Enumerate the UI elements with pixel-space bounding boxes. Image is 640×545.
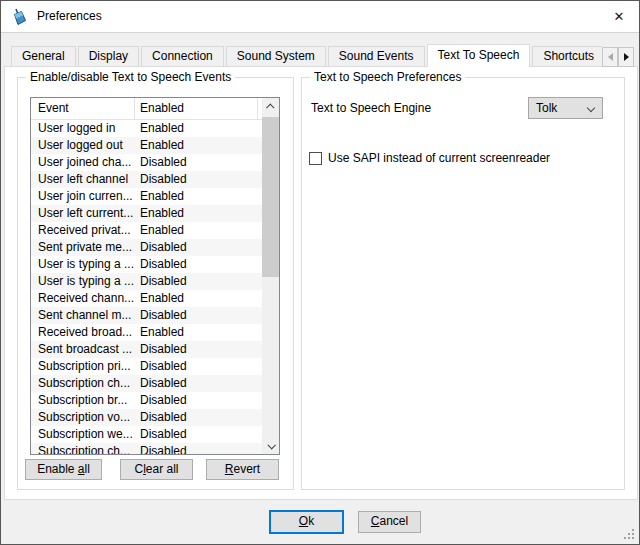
event-cell: Subscription vo... [31,409,135,426]
engine-label: Text to Speech Engine [311,97,431,119]
tab-scroll-right-icon[interactable] [618,47,634,67]
list-item[interactable]: User logged inEnabled [31,120,262,137]
tab-scroll-left-icon[interactable] [602,47,618,67]
close-icon[interactable]: ✕ [608,8,630,26]
event-cell: Subscription br... [31,392,135,409]
event-cell: Sent broadcast ... [31,341,135,358]
list-item[interactable]: User is typing a ...Disabled [31,256,262,273]
list-header: Event Enabled [31,98,262,120]
list-item[interactable]: Subscription vo...Disabled [31,409,262,426]
list-item[interactable]: User join curren...Enabled [31,188,262,205]
event-cell: Sent channel m... [31,307,135,324]
preferences-dialog: Preferences ✕ GeneralDisplayConnectionSo… [0,0,640,545]
event-cell: Subscription we... [31,426,135,443]
tab-sound-system[interactable]: Sound System [226,46,326,66]
tab-shortcuts[interactable]: Shortcuts [532,46,602,66]
chevron-down-icon [587,104,595,112]
list-item[interactable]: User is typing a ...Disabled [31,273,262,290]
chevron-up-icon [266,103,274,111]
enabled-cell: Disabled [135,375,187,392]
enabled-cell: Enabled [135,120,184,137]
event-cell: User logged out [31,137,135,154]
list-item[interactable]: Subscription ch...Disabled [31,443,262,454]
enabled-cell: Disabled [135,443,187,454]
tab-scroller [602,47,634,67]
tab-connection[interactable]: Connection [141,46,224,66]
app-icon [11,8,28,26]
event-cell: User joined cha... [31,154,135,171]
event-cell: User is typing a ... [31,256,135,273]
column-header-event[interactable]: Event [31,98,135,119]
list-item[interactable]: Received broad...Enabled [31,324,262,341]
scroll-down-icon[interactable] [262,437,279,454]
sapi-checkbox-label[interactable]: Use SAPI instead of current screenreader [328,146,550,170]
cancel-button[interactable]: Cancel [358,511,421,533]
enabled-cell: Disabled [135,409,187,426]
enabled-cell: Enabled [135,324,184,341]
list-item[interactable]: Received privat...Enabled [31,222,262,239]
list-item[interactable]: Sent channel m...Disabled [31,307,262,324]
enabled-cell: Enabled [135,205,184,222]
enabled-cell: Disabled [135,171,187,188]
event-cell: User left channel [31,171,135,188]
tts-events-group-label: Enable/disable Text to Speech Events [26,70,235,84]
enabled-cell: Enabled [135,137,184,154]
list-item[interactable]: User joined cha...Disabled [31,154,262,171]
resize-grip[interactable] [624,529,635,540]
enabled-cell: Disabled [135,358,187,375]
event-cell: User logged in [31,120,135,137]
enabled-cell: Enabled [135,188,184,205]
list-item[interactable]: Subscription we...Disabled [31,426,262,443]
list-item[interactable]: User logged outEnabled [31,137,262,154]
list-item[interactable]: Received chann...Enabled [31,290,262,307]
list-item[interactable]: Subscription br...Disabled [31,392,262,409]
label-part: O [299,514,308,528]
event-cell: Sent private me... [31,239,135,256]
enabled-cell: Disabled [135,426,187,443]
label-part: Enable [37,462,78,476]
enabled-cell: Disabled [135,154,187,171]
event-cell: Received privat... [31,222,135,239]
list-scrollbar[interactable] [262,98,279,454]
ok-button[interactable]: Ok [269,510,344,534]
chevron-down-icon [267,441,275,449]
list-item[interactable]: User left channelDisabled [31,171,262,188]
sapi-checkbox[interactable] [309,152,322,165]
enabled-cell: Enabled [135,290,184,307]
revert-button[interactable]: Revert [206,459,279,480]
label-part: ancel [379,514,408,528]
tab-general[interactable]: General [11,46,76,66]
tab-text-to-speech[interactable]: Text To Speech [427,44,531,67]
enabled-cell: Disabled [135,256,187,273]
list-item[interactable]: Subscription ch...Disabled [31,375,262,392]
engine-dropdown-value: Tolk [536,98,557,118]
enabled-cell: Enabled [135,222,184,239]
column-header-enabled[interactable]: Enabled [135,98,258,119]
list-item[interactable]: Subscription pri...Disabled [31,358,262,375]
enabled-cell: Disabled [135,239,187,256]
event-cell: User is typing a ... [31,273,135,290]
list-item[interactable]: Sent broadcast ...Disabled [31,341,262,358]
grip-dots [624,529,626,531]
event-cell: Subscription ch... [31,375,135,392]
scroll-up-icon[interactable] [262,98,279,115]
list-item[interactable]: User left current...Enabled [31,205,262,222]
tab-display[interactable]: Display [78,46,139,66]
label-part: a [78,462,85,476]
tab-sound-events[interactable]: Sound Events [328,46,425,66]
clear-all-button[interactable]: Clear all [120,459,193,480]
event-cell: Received broad... [31,324,135,341]
enabled-cell: Disabled [135,273,187,290]
scrollbar-thumb[interactable] [262,117,279,277]
tts-preferences-group-label: Text to Speech Preferences [310,70,465,84]
label-part: k [308,514,314,528]
title-bar: Preferences ✕ [1,1,639,33]
label-part: ear all [146,462,179,476]
list-item[interactable]: Sent private me...Disabled [31,239,262,256]
event-cell: Subscription pri... [31,358,135,375]
tab-strip: GeneralDisplayConnectionSound SystemSoun… [11,44,602,67]
enabled-cell: Disabled [135,392,187,409]
engine-dropdown[interactable]: Tolk [528,97,603,119]
enable-all-button[interactable]: Enable all [25,459,102,480]
right-triangle [624,53,629,61]
